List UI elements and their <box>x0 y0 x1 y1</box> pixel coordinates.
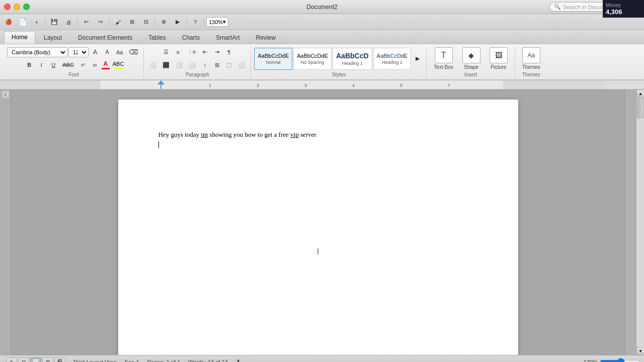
styles-more-btn[interactable]: ▶ <box>412 53 423 64</box>
font-size-select[interactable]: 12 <box>68 47 89 57</box>
tab-home[interactable]: Home <box>4 31 35 44</box>
section-info: Sec 1 <box>124 359 139 363</box>
left-sidebar: ↕ <box>0 89 11 355</box>
minimize-button[interactable] <box>14 4 20 10</box>
shape-icon: ◆ <box>462 47 480 63</box>
doc-line2 <box>158 140 478 150</box>
view-btn[interactable]: ⊞ <box>125 16 138 29</box>
sidebar-icon: ↕ <box>2 90 10 99</box>
column-btn[interactable]: ⊞ <box>211 59 222 70</box>
apple-menu-btn[interactable]: 🍎 <box>2 16 15 29</box>
ruler-content: 1 2 3 4 5 7 <box>0 80 644 89</box>
superscript-btn[interactable]: x² <box>77 59 89 70</box>
font-group: Cambria (Body) 12 A A Aa ⌫ B I U ABC x² … <box>4 46 144 77</box>
undo-arrow-btn[interactable]: ↪ <box>94 16 107 29</box>
tab-document-elements[interactable]: Document Elements <box>70 32 140 44</box>
help-btn[interactable]: ? <box>189 16 202 29</box>
main-area: ↕ Hey guys today im showing you how to g… <box>0 89 644 355</box>
highlight-btn[interactable]: ABC <box>113 61 124 69</box>
document-page[interactable]: Hey guys today im showing you how to get… <box>118 100 518 355</box>
tab-review[interactable]: Review <box>248 32 283 44</box>
maximize-button[interactable] <box>23 4 30 10</box>
style-no-spacing[interactable]: AaBbCcDdE No Spacing <box>293 48 332 70</box>
insert-shape-btn[interactable]: ◆ Shape <box>458 46 485 71</box>
zoom-control[interactable]: 130% <box>584 358 640 363</box>
indent-increase-btn[interactable]: ⇥ <box>211 47 222 58</box>
close-button[interactable] <box>4 4 11 10</box>
italic-btn[interactable]: I <box>36 59 47 70</box>
scroll-up-btn[interactable]: ▲ <box>636 89 644 98</box>
style-normal[interactable]: AaBbCcDdE Normal <box>254 48 292 70</box>
svg-text:1: 1 <box>209 83 211 88</box>
align-center-btn[interactable]: ⬛ <box>160 59 172 70</box>
vertical-scrollbar[interactable]: ▲ ▼ <box>636 89 644 355</box>
font-color-btn[interactable]: A <box>102 60 110 69</box>
new-btn[interactable]: + <box>30 16 43 29</box>
paragraph-row1: ☰ ≡ ⋮≡ ⇤ ⇥ ¶ <box>160 46 234 58</box>
tab-charts[interactable]: Charts <box>175 32 207 44</box>
layout-btn[interactable]: ⊟ <box>139 16 152 29</box>
font-name-select[interactable]: Cambria (Body) <box>7 47 67 57</box>
style-heading2[interactable]: AaBbCcDdE Heading 2 <box>373 48 412 70</box>
themes-btn[interactable]: Aa Themes <box>518 46 544 71</box>
separator <box>154 18 155 27</box>
shading-btn[interactable]: ⬜ <box>235 59 248 70</box>
document-content[interactable]: Hey guys today im showing you how to get… <box>158 130 478 149</box>
pages-label: Pages: <box>147 359 165 363</box>
style-heading1[interactable]: AaBbCcD Heading 1 <box>333 48 372 70</box>
view-publisher-btn[interactable]: ⊞ <box>42 357 53 363</box>
bold-btn[interactable]: B <box>24 59 35 70</box>
bullets-btn[interactable]: ☰ <box>160 47 172 58</box>
brush-btn[interactable]: 🖌 <box>111 16 124 29</box>
save-btn[interactable]: 💾 <box>48 16 61 29</box>
text-cursor <box>158 141 159 148</box>
word-vip: vip <box>290 131 299 138</box>
zoom-slider-input[interactable] <box>600 358 640 363</box>
font-grow-btn[interactable]: A <box>90 47 101 58</box>
numbered-btn[interactable]: ≡ <box>173 47 184 58</box>
subscript-btn[interactable]: x₂ <box>90 59 101 70</box>
font-case-btn[interactable]: Aa <box>114 47 125 58</box>
print-btn[interactable]: 🖨 <box>62 16 75 29</box>
font-controls-row2: B I U ABC x² x₂ A ABC <box>24 59 124 71</box>
styles-group-label: Styles <box>332 72 346 77</box>
underline-btn[interactable]: U <box>48 59 59 70</box>
insert-picture-btn[interactable]: 🖼 Picture <box>486 46 512 71</box>
themes-label: Themes <box>522 64 540 70</box>
align-left-btn[interactable]: ⬜ <box>147 59 159 70</box>
scroll-track[interactable] <box>636 98 644 347</box>
line-spacing-btn[interactable]: ↕ <box>199 59 210 70</box>
share-btn[interactable]: ⬆ <box>236 358 240 362</box>
outline-btn[interactable]: ⋮≡ <box>185 47 198 58</box>
text-box-icon: T <box>435 47 453 63</box>
font-shrink-btn[interactable]: A <box>102 47 113 58</box>
document-area[interactable]: Hey guys today im showing you how to get… <box>11 89 625 355</box>
indent-decrease-btn[interactable]: ⇤ <box>199 47 210 58</box>
justify-btn[interactable]: ⬜ <box>186 59 198 70</box>
view-outline-btn[interactable]: ⊟ <box>18 357 29 363</box>
insert-text-btn[interactable]: T Text Box <box>430 46 457 71</box>
strikethrough-btn[interactable]: ABC <box>60 59 76 70</box>
clear-format-btn[interactable]: ⌫ <box>126 47 140 58</box>
tab-layout[interactable]: Layout <box>36 32 69 44</box>
style-nospacing-sample: AaBbCcDdE <box>297 53 328 59</box>
border-btn[interactable]: ⬚ <box>223 59 234 70</box>
tab-tables[interactable]: Tables <box>141 32 174 44</box>
scroll-thumb[interactable] <box>637 98 644 118</box>
pages-icon-btn[interactable]: 📄 <box>16 16 29 29</box>
svg-text:7: 7 <box>448 83 450 88</box>
tab-smartart[interactable]: SmartArt <box>208 32 247 44</box>
style-nospacing-label: No Spacing <box>301 60 325 65</box>
view-page-btn[interactable]: ⬜ <box>30 357 41 363</box>
align-right-btn[interactable]: ⬜ <box>173 59 185 70</box>
view-notebook-btn[interactable]: 📓 <box>54 357 65 363</box>
view-buttons: ≡ ⊟ ⬜ ⊞ 📓 <box>6 357 65 363</box>
style-normal-sample: AaBbCcDdE <box>258 53 289 59</box>
media-btn[interactable]: ▶ <box>171 16 184 29</box>
scroll-down-btn[interactable]: ▼ <box>636 347 644 355</box>
view-list-btn[interactable]: ≡ <box>6 357 17 363</box>
show-paragraph-btn[interactable]: ¶ <box>223 47 234 58</box>
undo-btn[interactable]: ↩ <box>79 16 93 29</box>
insert-btn[interactable]: ⊕ <box>157 16 170 29</box>
svg-text:5: 5 <box>400 83 403 88</box>
